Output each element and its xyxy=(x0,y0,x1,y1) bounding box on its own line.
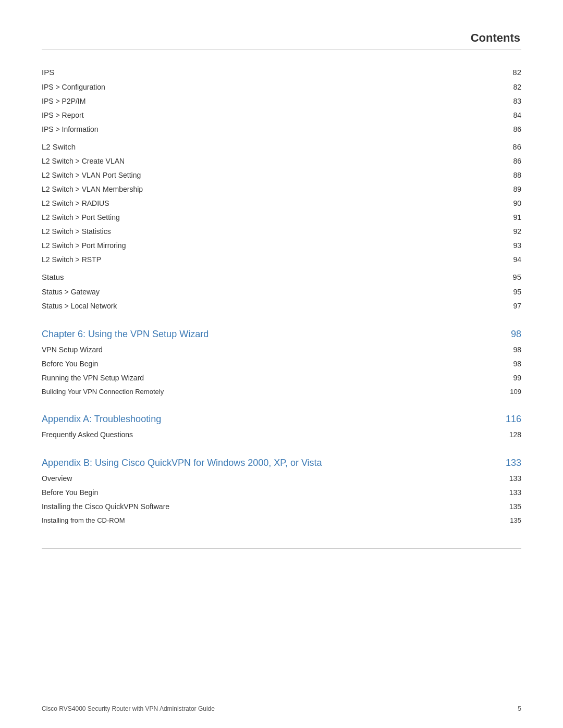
toc-page-l2-vlan-create: 86 xyxy=(481,154,521,168)
toc-page-before-begin-ch6: 98 xyxy=(481,357,521,371)
toc-row-l2-vlan-port: L2 Switch > VLAN Port Setting 88 xyxy=(42,168,521,182)
toc-page-faq: 128 xyxy=(481,428,521,442)
toc-page-l2-stats: 92 xyxy=(481,225,521,239)
toc-row-l2-vlan-member: L2 Switch > VLAN Membership 89 xyxy=(42,182,521,196)
toc-row-faq: Frequently Asked Questions 128 xyxy=(42,428,521,442)
toc-page-ips-p2p: 83 xyxy=(481,94,521,108)
spacer-4 xyxy=(42,398,521,411)
toc-label-l2-port-setting: L2 Switch > Port Setting xyxy=(42,211,481,225)
toc-row-ips-info: IPS > Information 86 xyxy=(42,122,521,137)
toc-page-install-quickvpn: 135 xyxy=(481,500,521,514)
toc-row-vpn-wizard: VPN Setup Wizard 98 xyxy=(42,343,521,357)
toc-label-before-begin-ch6: Before You Begin xyxy=(42,357,481,371)
toc-page-l2-mirror: 93 xyxy=(481,239,521,253)
toc-page-appendix-a: 116 xyxy=(481,411,521,428)
toc-row-running-vpn: Running the VPN Setup Wizard 99 xyxy=(42,371,521,385)
toc-row-ips: IPS 82 xyxy=(42,65,521,80)
toc-label-status-localnet: Status > Local Network xyxy=(42,299,481,313)
toc-page-status-localnet: 97 xyxy=(481,299,521,313)
toc-row-appendix-b: Appendix B: Using Cisco QuickVPN for Win… xyxy=(42,454,521,472)
toc-label-ips-config: IPS > Configuration xyxy=(42,80,481,94)
toc-page-running-vpn: 99 xyxy=(481,371,521,385)
toc-page-l2-vlan-member: 89 xyxy=(481,182,521,196)
toc-label-l2-vlan-port: L2 Switch > VLAN Port Setting xyxy=(42,168,481,182)
toc-row-install-quickvpn: Installing the Cisco QuickVPN Software 1… xyxy=(42,500,521,514)
toc-row-building-vpn: Building Your VPN Connection Remotely 10… xyxy=(42,385,521,399)
toc-row-overview: Overview 133 xyxy=(42,472,521,486)
toc-page-install-cdrom: 135 xyxy=(481,514,521,527)
toc-row-ips-config: IPS > Configuration 82 xyxy=(42,80,521,94)
toc-page-chapter6: 98 xyxy=(481,326,521,343)
toc-label-building-vpn: Building Your VPN Connection Remotely xyxy=(42,385,481,399)
spacer-3 xyxy=(42,313,521,326)
toc-table: IPS 82 IPS > Configuration 82 IPS > P2P/… xyxy=(42,65,521,527)
toc-row-chapter6: Chapter 6: Using the VPN Setup Wizard 98 xyxy=(42,326,521,343)
toc-label-status-gateway: Status > Gateway xyxy=(42,285,481,299)
toc-page-status: 95 xyxy=(481,270,521,285)
footer-right: 5 xyxy=(518,705,521,712)
toc-label-chapter6: Chapter 6: Using the VPN Setup Wizard xyxy=(42,326,481,343)
toc-page-status-gateway: 95 xyxy=(481,285,521,299)
page-container: Contents IPS 82 IPS > Configuration 82 I… xyxy=(0,0,563,728)
toc-label-l2-mirror: L2 Switch > Port Mirroring xyxy=(42,239,481,253)
toc-label-overview: Overview xyxy=(42,472,481,486)
toc-label-faq: Frequently Asked Questions xyxy=(42,428,481,442)
toc-row-before-begin-b: Before You Begin 133 xyxy=(42,486,521,500)
toc-label-l2-radius: L2 Switch > RADIUS xyxy=(42,196,481,211)
contents-title: Contents xyxy=(42,31,521,45)
toc-row-l2-port-setting: L2 Switch > Port Setting 91 xyxy=(42,211,521,225)
toc-label-l2-vlan-member: L2 Switch > VLAN Membership xyxy=(42,182,481,196)
toc-row-install-cdrom: Installing from the CD-ROM 135 xyxy=(42,514,521,527)
toc-page-l2switch: 86 xyxy=(481,140,521,155)
toc-row-before-begin-ch6: Before You Begin 98 xyxy=(42,357,521,371)
toc-label-appendix-b: Appendix B: Using Cisco QuickVPN for Win… xyxy=(42,454,481,472)
bottom-rule xyxy=(42,548,521,549)
toc-label-ips-report: IPS > Report xyxy=(42,108,481,122)
toc-label-ips-info: IPS > Information xyxy=(42,122,481,137)
toc-row-l2-rstp: L2 Switch > RSTP 94 xyxy=(42,253,521,267)
toc-row-l2-radius: L2 Switch > RADIUS 90 xyxy=(42,196,521,211)
toc-row-appendix-a: Appendix A: Troubleshooting 116 xyxy=(42,411,521,428)
toc-page-vpn-wizard: 98 xyxy=(481,343,521,357)
toc-label-ips-p2p: IPS > P2P/IM xyxy=(42,94,481,108)
toc-label-vpn-wizard: VPN Setup Wizard xyxy=(42,343,481,357)
toc-page-ips-config: 82 xyxy=(481,80,521,94)
toc-row-l2-vlan-create: L2 Switch > Create VLAN 86 xyxy=(42,154,521,168)
spacer-5 xyxy=(42,442,521,454)
toc-row-ips-report: IPS > Report 84 xyxy=(42,108,521,122)
toc-row-status-localnet: Status > Local Network 97 xyxy=(42,299,521,313)
toc-label-l2-rstp: L2 Switch > RSTP xyxy=(42,253,481,267)
top-rule xyxy=(42,49,521,50)
toc-page-ips-info: 86 xyxy=(481,122,521,137)
toc-page-before-begin-b: 133 xyxy=(481,486,521,500)
toc-label-install-quickvpn: Installing the Cisco QuickVPN Software xyxy=(42,500,481,514)
toc-row-status: Status 95 xyxy=(42,270,521,285)
toc-label-install-cdrom: Installing from the CD-ROM xyxy=(42,514,481,527)
toc-page-l2-port-setting: 91 xyxy=(481,211,521,225)
toc-row-status-gateway: Status > Gateway 95 xyxy=(42,285,521,299)
toc-page-l2-radius: 90 xyxy=(481,196,521,211)
toc-row-l2-stats: L2 Switch > Statistics 92 xyxy=(42,225,521,239)
toc-label-appendix-a: Appendix A: Troubleshooting xyxy=(42,411,481,428)
toc-page-building-vpn: 109 xyxy=(481,385,521,399)
toc-label-status: Status xyxy=(42,270,481,285)
toc-label-l2switch: L2 Switch xyxy=(42,140,481,155)
toc-row-ips-p2p: IPS > P2P/IM 83 xyxy=(42,94,521,108)
toc-page-l2-vlan-port: 88 xyxy=(481,168,521,182)
toc-row-l2switch: L2 Switch 86 xyxy=(42,140,521,155)
toc-page-overview: 133 xyxy=(481,472,521,486)
toc-page-ips-report: 84 xyxy=(481,108,521,122)
toc-label-ips: IPS xyxy=(42,65,481,80)
toc-label-l2-stats: L2 Switch > Statistics xyxy=(42,225,481,239)
footer-left: Cisco RVS4000 Security Router with VPN A… xyxy=(42,705,215,712)
footer: Cisco RVS4000 Security Router with VPN A… xyxy=(42,705,521,712)
toc-page-l2-rstp: 94 xyxy=(481,253,521,267)
toc-page-appendix-b: 133 xyxy=(481,454,521,472)
toc-label-l2-vlan-create: L2 Switch > Create VLAN xyxy=(42,154,481,168)
toc-label-before-begin-b: Before You Begin xyxy=(42,486,481,500)
toc-row-l2-mirror: L2 Switch > Port Mirroring 93 xyxy=(42,239,521,253)
toc-page-ips: 82 xyxy=(481,65,521,80)
toc-label-running-vpn: Running the VPN Setup Wizard xyxy=(42,371,481,385)
